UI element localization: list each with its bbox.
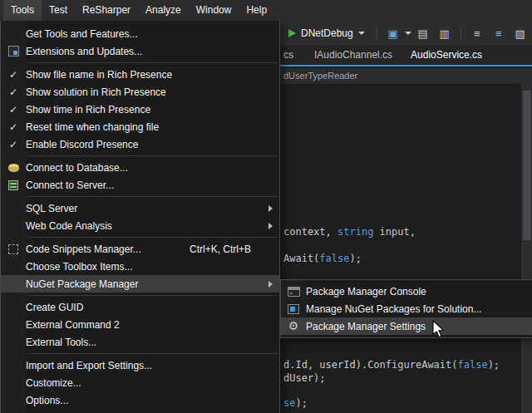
menu-item-label: Choose Toolbox Items...: [26, 261, 261, 273]
menubar-item-test[interactable]: Test: [42, 0, 75, 21]
submenu-arrow-icon: [261, 205, 279, 212]
code-line: context, string input,: [283, 226, 416, 238]
code-line: Await(false);: [283, 253, 362, 264]
menu-item-external-tools[interactable]: External Tools...: [1, 333, 279, 351]
menubar-item-window[interactable]: Window: [189, 0, 239, 21]
menu-item-label: Show file name in Rich Presence: [26, 69, 261, 81]
menu-separator: [27, 353, 278, 354]
menu-item-create-guid[interactable]: Create GUID: [1, 298, 279, 316]
menu-item-choose-toolbox-items[interactable]: Choose Toolbox Items...: [1, 258, 279, 275]
start-debugging-button[interactable]: DNetDebug: [283, 25, 371, 42]
menu-item-label: Get Tools and Features...: [26, 28, 261, 40]
menu-item-label: Connect to Database...: [26, 162, 261, 174]
menu-separator: [27, 237, 278, 238]
menu-item-label: Import and Export Settings...: [26, 360, 261, 371]
menu-item-extensions-and-updates[interactable]: Extensions and Updates...: [1, 42, 279, 60]
menu-item-code-snippets-manager[interactable]: Code Snippets Manager... Ctrl+K, Ctrl+B: [1, 240, 279, 258]
menu-item-show-file-name-rich-presence[interactable]: Show file name in Rich Presence: [1, 66, 279, 83]
submenu-arrow-icon: [261, 223, 279, 229]
editor-scrollbar[interactable]: [521, 84, 532, 413]
gear-icon: [281, 320, 306, 332]
server-icon: [1, 180, 26, 190]
debug-target-label: DNetDebug: [301, 27, 353, 39]
document-tab-iaudiochannel[interactable]: IAudioChannel.cs: [305, 46, 401, 65]
menu-separator: [27, 295, 278, 296]
toolbar-separator: [461, 26, 461, 41]
menu-item-label: Connect to Server...: [26, 179, 261, 191]
code-line: se);: [283, 397, 308, 409]
menu-item-label: External Tools...: [26, 337, 261, 348]
chevron-down-icon: [358, 32, 365, 35]
submenu-item-package-manager-console[interactable]: Package Manager Console: [281, 283, 532, 300]
menu-item-label: Create GUID: [26, 302, 261, 313]
menu-item-reset-time-when-changing-file[interactable]: Reset time when changing file: [1, 118, 279, 135]
menu-item-label: Show solution in Rich Presence: [26, 86, 261, 98]
menu-separator: [27, 155, 278, 156]
check-icon: [1, 121, 26, 133]
menu-item-web-code-analysis[interactable]: Web Code Analysis: [1, 217, 279, 234]
increase-indent-icon[interactable]: [489, 23, 509, 43]
menu-item-import-and-export-settings[interactable]: Import and Export Settings...: [1, 356, 279, 374]
window-layout-icon[interactable]: [413, 23, 433, 43]
menubar-item-resharper[interactable]: ReSharper: [75, 0, 138, 21]
menu-bar: Tools Test ReSharper Analyze Window Help: [0, 0, 532, 21]
menu-item-label: SQL Server: [26, 203, 261, 214]
nuget-package-manager-submenu: Package Manager Console Manage NuGet Pac…: [280, 279, 532, 338]
menubar-item-analyze[interactable]: Analyze: [138, 0, 189, 21]
check-icon: [1, 104, 26, 116]
menu-separator: [27, 62, 278, 63]
check-icon: [1, 69, 26, 81]
menu-item-get-tools-and-features[interactable]: Get Tools and Features...: [1, 25, 279, 42]
console-icon: [281, 287, 306, 297]
menubar-item-help[interactable]: Help: [239, 0, 274, 21]
menu-item-enable-discord-presence[interactable]: Enable Discord Presence: [1, 135, 279, 153]
menu-item-sql-server[interactable]: SQL Server: [1, 199, 279, 217]
decrease-indent-icon[interactable]: [467, 23, 487, 43]
menu-item-options[interactable]: Options...: [1, 391, 279, 409]
code-line: dUser);: [283, 372, 326, 384]
menu-item-label: Package Manager Settings: [306, 321, 517, 332]
code-line: d.Id, userId).ConfigureAwait(false);: [283, 359, 500, 371]
menu-item-label: NuGet Package Manager: [26, 278, 261, 290]
menu-separator: [27, 196, 278, 197]
menu-item-label: Reset time when changing file: [26, 121, 261, 133]
menu-item-label: Extensions and Updates...: [26, 46, 261, 57]
start-debug-icon: [288, 29, 296, 37]
menu-item-label: Customize...: [26, 377, 261, 389]
menu-item-label: Enable Discord Presence: [26, 139, 261, 150]
menu-item-label: Web Code Analysis: [26, 220, 261, 232]
menu-item-label: External Command 2: [26, 319, 261, 331]
menu-item-label: Show time in Rich Presence: [26, 104, 261, 116]
check-icon: [1, 139, 26, 150]
check-icon: [1, 86, 26, 98]
database-icon: [1, 164, 26, 172]
split-window-icon[interactable]: [435, 23, 455, 43]
snippets-icon: [1, 244, 26, 254]
menu-item-label: Package Manager Console: [306, 286, 517, 297]
menu-item-show-time-rich-presence[interactable]: Show time in Rich Presence: [1, 101, 279, 118]
menu-item-show-solution-rich-presence[interactable]: Show solution in Rich Presence: [1, 83, 279, 101]
menu-item-external-command-2[interactable]: External Command 2: [1, 316, 279, 333]
menu-item-shortcut: Ctrl+K, Ctrl+B: [190, 243, 261, 255]
extensions-icon: [1, 46, 26, 57]
menubar-item-tools[interactable]: Tools: [3, 0, 42, 21]
submenu-item-manage-nuget-packages-for-solution[interactable]: Manage NuGet Packages for Solution...: [281, 300, 532, 317]
document-tab-audioservice[interactable]: AudioService.cs: [401, 46, 491, 65]
chevron-down-icon[interactable]: [405, 32, 411, 35]
breadcrumb-type-label: dUserTypeReader: [283, 71, 357, 81]
submenu-arrow-icon: [261, 281, 279, 288]
comment-icon[interactable]: [510, 23, 530, 43]
toolbar-separator: [377, 26, 377, 41]
menu-item-customize[interactable]: Customize...: [1, 374, 279, 391]
menu-item-connect-to-server[interactable]: Connect to Server...: [1, 176, 279, 194]
menu-item-connect-to-database[interactable]: Connect to Database...: [1, 159, 279, 176]
attach-to-process-icon[interactable]: [383, 23, 403, 43]
menu-item-nuget-package-manager[interactable]: NuGet Package Manager: [1, 275, 279, 293]
submenu-item-package-manager-settings[interactable]: Package Manager Settings: [281, 317, 532, 335]
scrollbar-thumb[interactable]: [523, 91, 530, 240]
menu-item-label: Code Snippets Manager...: [26, 243, 190, 255]
tools-menu: Get Tools and Features... Extensions and…: [0, 21, 280, 413]
nuget-icon: [281, 304, 306, 314]
menu-item-label: Manage NuGet Packages for Solution...: [306, 303, 517, 315]
document-tab[interactable]: cs: [280, 46, 305, 65]
